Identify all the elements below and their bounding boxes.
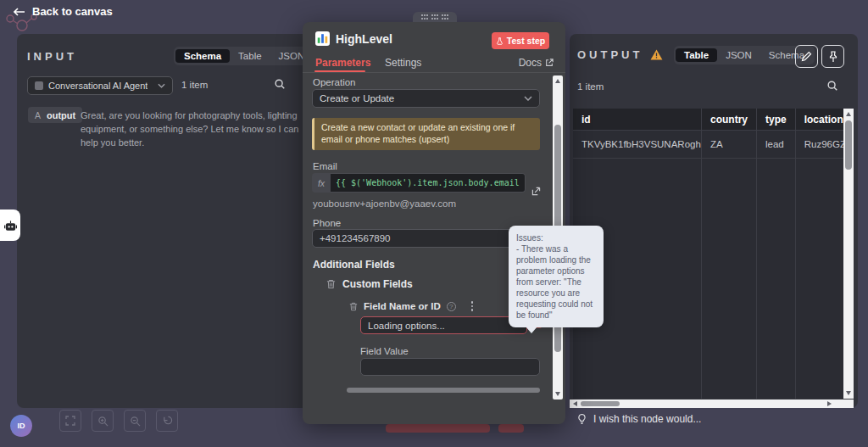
- pin-icon: [828, 51, 838, 63]
- output-panel: OUTPUT Table JSON Schema 1 item id: [570, 34, 858, 408]
- field-name-label: Field Name or ID: [364, 301, 441, 311]
- table-cell[interactable]: ZA: [702, 131, 756, 159]
- custom-fields-heading: Custom Fields: [342, 278, 413, 290]
- scroll-up-arrow[interactable]: [555, 79, 560, 83]
- chevron-down-icon: [524, 96, 532, 101]
- schema-value-text: Great, are you looking for photography t…: [81, 109, 301, 149]
- back-to-canvas-label: Back to canvas: [32, 5, 113, 18]
- email-expression-input[interactable]: {{ $('Webhook').item.json.body.email }}: [331, 173, 526, 193]
- input-display-tabs: Schema Table JSON: [174, 47, 314, 65]
- fx-badge: fx: [312, 173, 331, 193]
- n8n-node-detail-view: Back to canvas INPUT Schema Table JSON: [0, 0, 868, 447]
- tooltip-title: Issues:: [516, 232, 596, 243]
- trash-icon[interactable]: [349, 302, 358, 311]
- node-detail-modal: HighLevel Test step Parameters Settings …: [303, 22, 565, 424]
- dimmed-canvas-button: [386, 424, 490, 433]
- tab-settings[interactable]: Settings: [385, 57, 421, 69]
- assistant-flyout-tab[interactable]: [0, 210, 20, 241]
- fit-view-button[interactable]: [59, 410, 81, 432]
- zoom-out-icon: [130, 416, 141, 427]
- zoom-in-button[interactable]: [92, 410, 114, 432]
- input-tab-schema[interactable]: Schema: [175, 49, 230, 63]
- output-horizontal-scrollbar[interactable]: [570, 400, 854, 408]
- reset-icon: [162, 416, 173, 427]
- chevron-down-icon: [158, 83, 165, 88]
- scroll-down-arrow[interactable]: [555, 392, 560, 396]
- back-to-canvas-link[interactable]: Back to canvas: [14, 5, 113, 18]
- email-expression-field[interactable]: fx {{ $('Webhook').item.json.body.email …: [312, 173, 526, 193]
- lightbulb-icon: [577, 413, 587, 425]
- robot-icon: [4, 220, 17, 232]
- output-vertical-scrollbar[interactable]: [843, 109, 854, 399]
- help-icon[interactable]: ?: [447, 302, 456, 311]
- tooltip-body: - There was a problem loading the parame…: [516, 243, 596, 321]
- input-source-select[interactable]: Conversational AI Agent: [27, 76, 173, 95]
- operation-value: Create or Update: [320, 93, 394, 103]
- operation-select[interactable]: Create or Update: [312, 89, 540, 108]
- trash-icon[interactable]: [326, 279, 336, 289]
- table-cell[interactable]: TKVyBK1fbH3VSUNARogh: [573, 131, 701, 159]
- field-value-input[interactable]: [360, 358, 540, 376]
- node-title: HighLevel: [336, 32, 392, 46]
- user-avatar[interactable]: ID: [10, 415, 32, 437]
- output-item-count: 1 item: [577, 81, 604, 92]
- schema-type-badge: A: [35, 110, 41, 120]
- input-panel-title: INPUT: [27, 50, 77, 63]
- additional-fields-heading: Additional Fields: [313, 259, 395, 271]
- operation-label: Operation: [313, 77, 356, 87]
- table-cell[interactable]: lead: [757, 131, 795, 159]
- output-display-tabs: Table JSON Schema: [674, 46, 815, 64]
- scroll-down-arrow[interactable]: [846, 391, 851, 395]
- edit-output-button[interactable]: [795, 45, 818, 68]
- docs-link[interactable]: Docs: [519, 57, 554, 69]
- scroll-up-arrow[interactable]: [846, 112, 851, 116]
- modal-header: HighLevel Test step: [303, 22, 565, 57]
- schema-key-pill[interactable]: A output: [28, 107, 82, 123]
- highlevel-logo-icon: [315, 31, 330, 46]
- scrollbar-thumb[interactable]: [581, 401, 620, 406]
- issues-tooltip: Issues: - There was a problem loading th…: [509, 226, 604, 327]
- expand-expression-icon[interactable]: [531, 187, 541, 196]
- node-feedback-link[interactable]: I wish this node would...: [577, 413, 701, 425]
- pencil-icon: [801, 51, 812, 62]
- phone-input[interactable]: +491234567890: [312, 229, 540, 248]
- schema-key-label: output: [47, 110, 75, 120]
- docs-label: Docs: [519, 57, 542, 69]
- scrollbar-thumb[interactable]: [845, 120, 852, 170]
- scroll-right-arrow[interactable]: [827, 401, 832, 406]
- column-header[interactable]: country: [702, 109, 756, 131]
- flask-icon: [496, 36, 504, 46]
- zoom-out-button[interactable]: [124, 410, 146, 432]
- zoom-in-icon: [97, 416, 108, 427]
- field-value-label: Field Value: [360, 346, 409, 356]
- dimmed-canvas-button: [498, 424, 524, 433]
- arrow-left-icon: [14, 8, 25, 16]
- output-tab-table[interactable]: Table: [676, 48, 717, 62]
- test-step-button[interactable]: Test step: [492, 32, 549, 49]
- expression-text: {{ $('Webhook').item.json.body.email }}: [336, 178, 526, 187]
- wish-text: I wish this node would...: [593, 413, 701, 425]
- agent-node-icon: [35, 81, 43, 90]
- header-divider: [303, 72, 565, 73]
- column-header[interactable]: id: [573, 109, 701, 131]
- kebab-menu-icon[interactable]: [467, 300, 477, 312]
- input-source-label: Conversational AI Agent: [48, 81, 147, 91]
- canvas-zoom-toolbar: [59, 410, 178, 432]
- modal-horizontal-scrollbar-thumb[interactable]: [347, 388, 540, 393]
- scroll-left-arrow[interactable]: [573, 401, 577, 406]
- search-icon[interactable]: [274, 78, 286, 90]
- pin-data-button[interactable]: [821, 45, 844, 68]
- input-item-count: 1 item: [181, 80, 208, 90]
- column-header[interactable]: type: [757, 109, 795, 131]
- modal-drag-handle[interactable]: [413, 12, 457, 22]
- field-name-input[interactable]: Loading options...: [360, 316, 527, 334]
- email-resolved-value: youbousnv+ajoenbv@yaaev.com: [313, 198, 456, 209]
- test-step-label: Test step: [507, 36, 545, 46]
- input-tab-table[interactable]: Table: [230, 49, 270, 63]
- output-tab-json[interactable]: JSON: [717, 48, 760, 62]
- fit-view-icon: [65, 416, 75, 426]
- search-icon[interactable]: [826, 80, 838, 92]
- table-column-type: type lead: [757, 109, 796, 399]
- reset-zoom-button[interactable]: [156, 410, 178, 432]
- tab-parameters[interactable]: Parameters: [315, 57, 370, 69]
